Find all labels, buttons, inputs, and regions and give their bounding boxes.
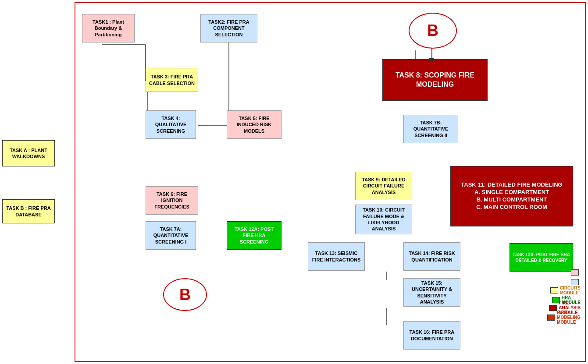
task-5: TASK 5: FIRE INDUCED RISK MODELS: [227, 110, 282, 139]
task-7b: TASK 7B: QUANTITATIVE SCREENING II: [403, 115, 458, 143]
task-12a-detail: TASK 12A: POST FIRE HRA DETAILED & RECOV…: [510, 243, 573, 272]
legend-fire-modeling-label: FIRE MODELING MODULE: [557, 310, 581, 325]
task-8: TASK 8: SCOPING FIRE MODELING: [382, 59, 488, 101]
diagram-area: TASK1 : Plant Boundary & Partitioning TA…: [75, 2, 586, 362]
task-2: TASK2: FIRE PRA COMPONENT SELECTION: [200, 14, 257, 42]
oval-b-bottom: B: [163, 278, 207, 311]
legend-pink-item: [571, 269, 581, 276]
task-9: TASK 9: DETAILED CIRCUIT FAILURE ANALYSI…: [355, 172, 412, 200]
task-4: TASK 4: QUALITATIVE SCREENING: [146, 110, 196, 139]
oval-b-top: B: [409, 13, 457, 49]
legend-fire-modeling-box: [547, 315, 555, 321]
legend-pink-box: [571, 269, 579, 276]
legend-blue-box: [571, 279, 579, 285]
task-15: TASK 15: UNCERTAINITY & SENSITIVITY ANAL…: [403, 278, 460, 307]
task-10: TASK 10: CIRCUIT FAILURE MODE & LIKELYHO…: [355, 205, 412, 234]
task-16: TASK 16: FIRE PRA DOCUMENTATION: [403, 321, 460, 350]
legend-fire-modeling-item: FIRE MODELING MODULE: [547, 310, 581, 325]
task-12a-screen: TASK 12A: POST FIRE HRA SCREENING: [227, 221, 282, 250]
legend-circuits-item: CIRCUITS MODULE: [550, 286, 581, 295]
task-a: TASK A : PLANT WALKDOWNS: [2, 140, 55, 166]
legend-blue-item: [571, 279, 581, 285]
task-13: TASK 13: SEISMIC FIRE INTERACTIONS: [308, 242, 365, 271]
task-b: TASK B : FIRE PRA DATABASE: [2, 199, 55, 223]
task-7a: TASK 7A: QUANTITATIVE SCREENING I: [146, 221, 196, 250]
task-11: TASK 11: DETAILED FIRE MODELING A. SINGL…: [450, 166, 573, 226]
task-3: TASK 3: FIRE PRA CABLE SELECTION: [146, 68, 198, 92]
task-14: TASK 14: FIRE RISK QUANTIFICATION: [403, 242, 460, 271]
arrowhead-b-to-task8: [429, 58, 434, 63]
legend-circuits-label: CIRCUITS MODULE: [560, 286, 581, 295]
task-6: TASK 6: FIRE IGNITION FREQUENCIES: [146, 186, 198, 215]
task-1: TASK1 : Plant Boundary & Partitioning: [82, 14, 135, 42]
legend-circuits-box: [550, 287, 558, 293]
